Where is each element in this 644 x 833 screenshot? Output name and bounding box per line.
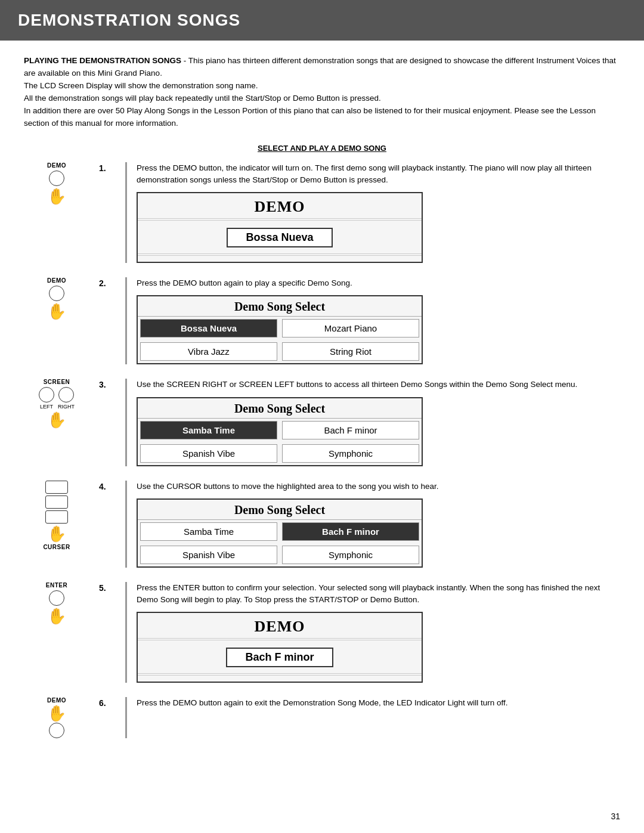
demo-select-2: Demo Song Select Samba Time Bach F minor…	[137, 397, 423, 466]
lcd-spacer-2	[138, 677, 422, 682]
enter-btn	[49, 590, 64, 606]
demo-select-1: Demo Song Select Bossa Nueva Mozart Pian…	[137, 295, 423, 364]
demo-select-grid-1: Bossa Nueva Mozart Piano Vibra Jazz Stri…	[138, 317, 422, 363]
step-4-content: Use the CURSOR buttons to move the highl…	[137, 481, 620, 568]
demo-cell-samba: Samba Time	[140, 421, 277, 439]
demo-btn-6	[49, 723, 64, 738]
step-3-content: Use the SCREEN RIGHT or SCREEN LEFT butt…	[137, 379, 620, 466]
hand-icon-6: 🤚	[47, 705, 66, 721]
hand-icon-4: 🤚	[47, 526, 66, 541]
demo-cell-bach-f: Bach F minor	[282, 421, 419, 439]
demo-select-title-1: Demo Song Select	[138, 296, 422, 317]
step-1-row: DEMO 🤚 1. Press the DEMO button, the ind…	[24, 162, 620, 264]
right-label: RIGHT	[58, 404, 75, 410]
step-3-row: SCREEN LEFT RIGHT 🤚 3.	[24, 379, 620, 466]
step-2-bar	[125, 277, 127, 364]
lcd-spacer-1	[138, 257, 422, 262]
step-3-bar	[125, 379, 127, 466]
step-6-row: DEMO 🤚 6. Press the DEMO button again to…	[24, 697, 620, 738]
step-2-left: DEMO 🤚	[24, 277, 89, 319]
step-5-number: 5.	[99, 582, 116, 593]
step-5-left: ENTER 🤚	[24, 582, 89, 624]
demo-label-1: DEMO	[47, 162, 66, 169]
demo-btn-2	[49, 286, 64, 301]
step-3-text: Use the SCREEN RIGHT or SCREEN LEFT butt…	[137, 379, 620, 391]
step-6-content: Press the DEMO button again to exit the …	[137, 697, 620, 715]
demo-select-title-3: Demo Song Select	[138, 500, 422, 520]
step-5-content: Press the ENTER button to confirm your s…	[137, 582, 620, 683]
intro-bold: PLAYING THE DEMONSTRATION SONGS	[24, 56, 181, 65]
step-4-row: 🤚 CURSER 4. Use the CURSOR buttons to mo…	[24, 481, 620, 568]
demo-cell-bossa: Bossa Nueva	[140, 319, 277, 337]
step-6-bar	[125, 697, 127, 738]
demo-button-illus-1: DEMO	[47, 162, 66, 186]
enter-label: ENTER	[46, 582, 67, 589]
step-5-bar	[125, 582, 127, 683]
step-2-number: 2.	[99, 277, 116, 288]
hand-icon-5: 🤚	[47, 608, 66, 624]
step-3-left: SCREEN LEFT RIGHT 🤚	[24, 379, 89, 428]
step-1-bar	[125, 162, 127, 264]
demo-cell-bach-f-hl: Bach F minor	[282, 522, 419, 541]
page-header: DEMONSTRATION SONGS	[0, 0, 644, 41]
step-2-text: Press the DEMO button again to play a sp…	[137, 277, 620, 289]
demo-cell-spanish-2: Spanish Vibe	[140, 546, 277, 564]
step-2-row: DEMO 🤚 2. Press the DEMO button again to…	[24, 277, 620, 364]
step-4-bar	[125, 481, 127, 568]
step-1-left: DEMO 🤚	[24, 162, 89, 204]
step-4-text: Use the CURSOR buttons to move the highl…	[137, 481, 620, 493]
intro-text3: All the demonstration songs will play ba…	[24, 94, 381, 103]
screen-button-illus: SCREEN LEFT RIGHT	[39, 379, 75, 410]
demo-label-6: DEMO	[47, 697, 66, 704]
hand-icon-2: 🤚	[47, 304, 66, 319]
hand-icon-3: 🤚	[47, 412, 66, 428]
steps-container: DEMO 🤚 1. Press the DEMO button, the ind…	[24, 162, 620, 739]
cursor-buttons	[45, 481, 68, 524]
enter-button-illus: ENTER	[46, 582, 67, 606]
lcd-display-2: DEMO Bach F minor	[137, 612, 423, 683]
step-6-left: DEMO 🤚	[24, 697, 89, 738]
lcd-title-1: DEMO	[138, 193, 422, 218]
demo-cell-vibra: Vibra Jazz	[140, 342, 277, 361]
page-number: 31	[611, 812, 620, 821]
step-2-content: Press the DEMO button again to play a sp…	[137, 277, 620, 364]
demo-select-3: Demo Song Select Samba Time Bach F minor…	[137, 498, 423, 568]
demo-button-illus-6: DEMO 🤚	[47, 697, 66, 738]
step-1-number: 1.	[99, 162, 116, 173]
cursor-btn-3	[45, 510, 68, 524]
step-5-row: ENTER 🤚 5. Press the ENTER button to con…	[24, 582, 620, 683]
demo-cell-samba-2: Samba Time	[140, 522, 277, 541]
screen-label: SCREEN	[44, 379, 70, 385]
cursor-btn-2	[45, 496, 68, 509]
step-5-text: Press the ENTER button to confirm your s…	[137, 582, 620, 606]
demo-label-2: DEMO	[47, 277, 66, 284]
demo-cell-mozart: Mozart Piano	[282, 319, 419, 337]
demo-cell-symphonic: Symphonic	[282, 444, 419, 463]
step-1-text: Press the DEMO button, the indicator wil…	[137, 162, 620, 187]
step-4-left: 🤚 CURSER	[24, 481, 89, 550]
hand-icon-1: 🤚	[47, 188, 66, 204]
screen-right-btn	[58, 387, 74, 402]
intro-text4: In addition there are over 50 Play Along…	[24, 106, 596, 128]
demo-select-grid-3: Samba Time Bach F minor Spanish Vibe Sym…	[138, 520, 422, 566]
step-6-number: 6.	[99, 697, 116, 708]
lcd-song-1: Bossa Nueva	[227, 228, 332, 247]
left-label: LEFT	[40, 404, 53, 410]
curser-label: CURSER	[43, 544, 70, 550]
screen-left-btn	[39, 387, 54, 402]
lcd-display-1: DEMO Bossa Nueva	[137, 192, 423, 263]
lcd-title-2: DEMO	[138, 613, 422, 638]
demo-cell-symphonic-2: Symphonic	[282, 546, 419, 564]
demo-select-title-2: Demo Song Select	[138, 398, 422, 419]
intro-text2: The LCD Screen Display will show the dem…	[24, 81, 258, 90]
page-title: DEMONSTRATION SONGS	[18, 11, 626, 30]
demo-select-grid-2: Samba Time Bach F minor Spanish Vibe Sym…	[138, 419, 422, 465]
demo-button-illus-2: DEMO	[47, 277, 66, 301]
lcd-song-2: Bach F minor	[226, 648, 333, 667]
step-3-number: 3.	[99, 379, 116, 389]
intro-text: PLAYING THE DEMONSTRATION SONGS - This p…	[24, 55, 620, 130]
section-title: SELECT AND PLAY A DEMO SONG	[258, 144, 386, 153]
step-4-number: 4.	[99, 481, 116, 491]
demo-btn-1	[49, 171, 64, 186]
cursor-btn-1	[45, 481, 68, 494]
